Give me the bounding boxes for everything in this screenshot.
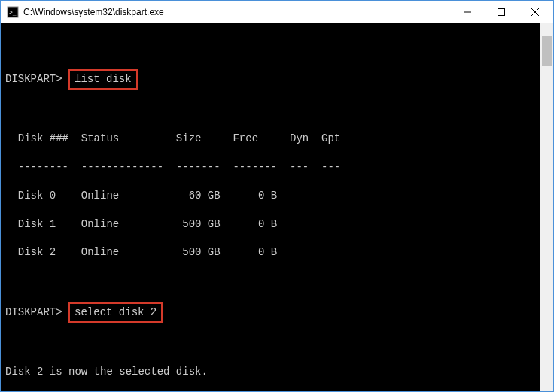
maximize-button[interactable] bbox=[484, 1, 518, 23]
close-button[interactable] bbox=[518, 1, 552, 23]
disk-row: Disk 0 Online 60 GB 0 B bbox=[5, 189, 549, 203]
svg-rect-3 bbox=[498, 8, 504, 15]
prompt-text: DISKPART> bbox=[5, 306, 62, 318]
app-window: >_ C:\Windows\system32\diskpart.exe DISK… bbox=[0, 0, 554, 392]
titlebar: >_ C:\Windows\system32\diskpart.exe bbox=[1, 1, 553, 23]
scrollbar[interactable] bbox=[540, 23, 553, 391]
window-controls bbox=[450, 1, 552, 23]
command-list-disk: list disk bbox=[68, 69, 138, 90]
disk-row: Disk 2 Online 500 GB 0 B bbox=[5, 245, 549, 260]
console-output[interactable]: DISKPART> list disk Disk ### Status Size… bbox=[1, 23, 553, 391]
svg-text:>_: >_ bbox=[9, 9, 17, 16]
minimize-button[interactable] bbox=[450, 1, 484, 23]
disk-header: Disk ### Status Size Free Dyn Gpt bbox=[5, 132, 549, 146]
window-title: C:\Windows\system32\diskpart.exe bbox=[23, 7, 450, 17]
scrollbar-thumb[interactable] bbox=[542, 36, 552, 66]
app-icon: >_ bbox=[7, 6, 19, 18]
prompt-text: DISKPART> bbox=[5, 73, 62, 85]
msg-selected-disk: Disk 2 is now the selected disk. bbox=[5, 365, 549, 379]
disk-row: Disk 1 Online 500 GB 0 B bbox=[5, 217, 549, 232]
command-select-disk: select disk 2 bbox=[68, 302, 163, 323]
disk-header-rule: -------- ------------- ------- ------- -… bbox=[5, 160, 549, 175]
